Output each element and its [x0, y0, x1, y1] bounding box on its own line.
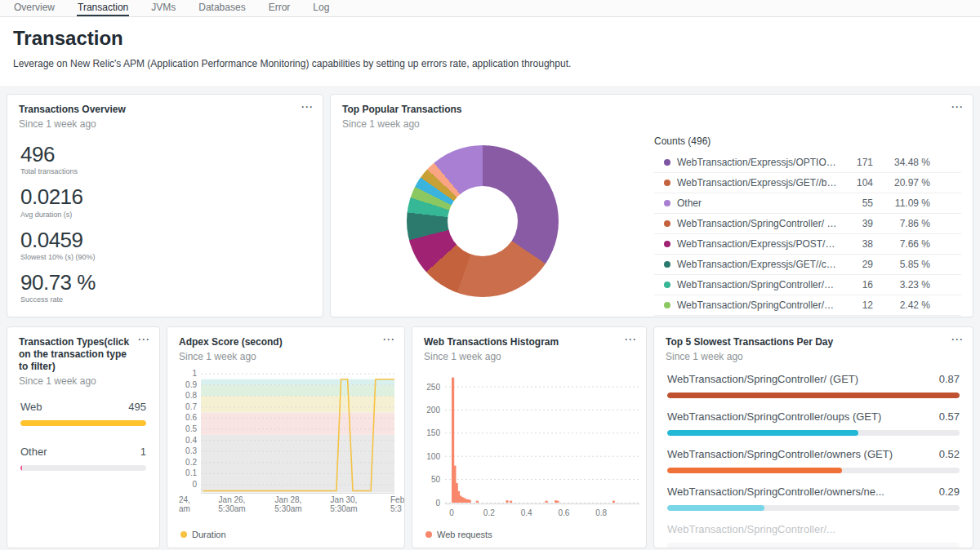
legend-transaction-name: WebTransaction/SpringController/ (GET): [677, 218, 837, 229]
donut-chart[interactable]: [407, 145, 559, 297]
legend-rows: WebTransaction/Expressjs/OPTIONS//17134.…: [654, 153, 961, 316]
panel-timerange: Since 1 week ago: [424, 351, 635, 362]
metric-label: Total transactions: [20, 167, 310, 175]
svg-text:50: 50: [431, 475, 441, 484]
svg-text:Jan 30,5:30am: Jan 30,5:30am: [330, 495, 357, 513]
transactions-legend: Counts (496) WebTransaction/Expressjs/OP…: [654, 135, 961, 316]
metric-value: 496: [20, 144, 310, 166]
slowest-transaction-bar-track: [667, 393, 960, 398]
legend-percent: 20.97 %: [873, 177, 930, 189]
svg-text:0.2: 0.2: [483, 508, 495, 517]
legend-count: 16: [837, 279, 873, 291]
svg-text:Jan 28,5:30am: Jan 28,5:30am: [274, 495, 301, 513]
tab-databases[interactable]: Databases: [198, 0, 246, 16]
panel-timerange: Since 1 week ago: [179, 351, 393, 362]
svg-text:0.2: 0.2: [185, 458, 197, 467]
metric-value: 9.27 %: [20, 314, 310, 317]
slowest-transaction-bar-track: [667, 468, 960, 473]
panel-title: Transaction Types(click on the transacti…: [19, 336, 148, 373]
ellipsis-icon[interactable]: ⋯: [301, 100, 313, 113]
metric-value: 0.0216: [20, 186, 310, 208]
ellipsis-icon[interactable]: ⋯: [624, 333, 636, 345]
panel-transaction-types: Transaction Types(click on the transacti…: [7, 326, 160, 548]
ellipsis-icon[interactable]: ⋯: [951, 100, 963, 113]
legend-color-dot: [664, 220, 670, 227]
slowest-transaction-value: 0.52: [939, 448, 960, 460]
slowest-transaction-bar-fill: [667, 468, 842, 473]
legend-row[interactable]: WebTransaction/SpringController/owners/f…: [654, 275, 961, 295]
legend-row[interactable]: WebTransaction/SpringController/ (GET)39…: [654, 214, 961, 234]
svg-text:0: 0: [192, 480, 197, 489]
legend-count: 171: [837, 157, 873, 168]
legend-header: Counts (496): [654, 135, 961, 147]
legend-percent: 11.09 %: [873, 197, 930, 209]
transaction-type-row[interactable]: Other1: [20, 446, 146, 471]
metric: 0.0216Avg duration (s): [20, 186, 310, 218]
legend-row[interactable]: WebTransaction/Expressjs/POST//user/logi…: [654, 234, 961, 255]
legend-count: 39: [837, 218, 873, 229]
slowest-transaction-row[interactable]: WebTransaction/SpringController/owners/n…: [667, 486, 960, 511]
slowest-transaction-row[interactable]: WebTransaction/SpringController/ (GET)0.…: [667, 373, 960, 398]
legend-percent: 7.66 %: [873, 238, 930, 250]
duration-legend-dot: [180, 531, 187, 538]
legend-color-dot: [664, 302, 670, 308]
metric-label: Avg duration (s): [20, 211, 310, 219]
legend-row[interactable]: WebTransaction/Expressjs/GET//book/searc…: [654, 173, 961, 193]
transaction-type-bar-track: [20, 465, 146, 471]
legend-row[interactable]: Other5511.09 %: [654, 193, 961, 214]
panel-timerange: Since 1 week ago: [342, 118, 961, 130]
svg-text:24,am: 24,am: [179, 495, 190, 513]
legend-row[interactable]: WebTransaction/Expressjs/GET//cart/getSi…: [654, 255, 961, 275]
legend-color-dot: [664, 200, 670, 206]
panel-title: Transactions Overview: [19, 104, 311, 116]
legend-transaction-name: WebTransaction/Expressjs/POST//user/logi…: [677, 238, 837, 250]
svg-text:0.3: 0.3: [185, 446, 197, 455]
svg-text:0.7: 0.7: [185, 402, 197, 411]
legend-transaction-name: WebTransaction/SpringController/owners/f…: [677, 279, 837, 291]
legend-percent: 5.85 %: [873, 259, 930, 270]
legend-transaction-name: WebTransaction/Expressjs/GET//book/searc…: [677, 177, 837, 189]
slowest-transaction-bar-track: [667, 505, 960, 511]
ellipsis-icon[interactable]: ⋯: [951, 333, 963, 345]
svg-text:Jan 26,5:30am: Jan 26,5:30am: [218, 495, 245, 513]
slowest-transaction-row-header: WebTransaction/SpringController/oups (GE…: [667, 410, 960, 423]
slowest-transaction-value: 0.87: [939, 373, 960, 385]
transaction-type-row[interactable]: Web495: [20, 401, 146, 426]
tab-overview[interactable]: Overview: [13, 0, 56, 16]
panel-title: Web Transactions Histogram: [424, 336, 635, 348]
legend-row[interactable]: WebTransaction/SpringController/vets.htm…: [654, 295, 961, 316]
tab-jvms[interactable]: JVMs: [150, 0, 176, 16]
svg-text:250: 250: [426, 383, 440, 392]
transaction-type-row-header: Web495: [20, 401, 146, 413]
legend-transaction-name: WebTransaction/Expressjs/OPTIONS//: [677, 157, 837, 168]
slowest-transaction-row-header: WebTransaction/SpringController/ (GET)0.…: [667, 373, 960, 385]
legend-count: 104: [837, 177, 873, 189]
slowest-transaction-row-header: WebTransaction/SpringController/owners/n…: [667, 486, 960, 498]
adpex-legend[interactable]: Duration: [180, 530, 226, 539]
metric: 496Total transactions: [20, 144, 310, 175]
transaction-type-row-header: Other1: [20, 446, 146, 458]
svg-text:0.8: 0.8: [185, 391, 197, 400]
ellipsis-icon[interactable]: ⋯: [137, 333, 149, 345]
svg-text:0: 0: [435, 499, 440, 508]
slowest-transaction-row[interactable]: WebTransaction/SpringController/...: [667, 523, 960, 548]
panel-top5-slowest-transactions: Top 5 Slowest Transactions Per Day Since…: [653, 326, 973, 548]
histogram-legend[interactable]: Web requests: [425, 530, 492, 539]
slowest-transaction-label: WebTransaction/SpringController/ (GET): [667, 373, 858, 385]
legend-percent: 3.23 %: [873, 279, 930, 291]
svg-text:0.5: 0.5: [185, 424, 197, 433]
tab-log[interactable]: Log: [312, 0, 330, 16]
panel-header: Transaction Types(click on the transacti…: [7, 327, 159, 387]
ellipsis-icon[interactable]: ⋯: [382, 333, 394, 345]
slowest-transaction-row[interactable]: WebTransaction/SpringController/owners (…: [667, 448, 960, 473]
web-requests-legend-label: Web requests: [437, 530, 492, 539]
tab-error[interactable]: Error: [268, 0, 292, 16]
tab-transaction[interactable]: Transaction: [77, 0, 129, 16]
legend-row[interactable]: WebTransaction/Expressjs/OPTIONS//17134.…: [654, 153, 961, 173]
slowest-transaction-row[interactable]: WebTransaction/SpringController/oups (GE…: [667, 410, 960, 436]
legend-color-dot: [664, 261, 670, 268]
svg-text:0.4: 0.4: [521, 508, 532, 517]
panel-header: Adpex Score (second) Since 1 week ago ⋯: [167, 327, 404, 362]
slowest-transaction-value: 0.57: [939, 410, 960, 423]
svg-text:150: 150: [426, 428, 440, 437]
